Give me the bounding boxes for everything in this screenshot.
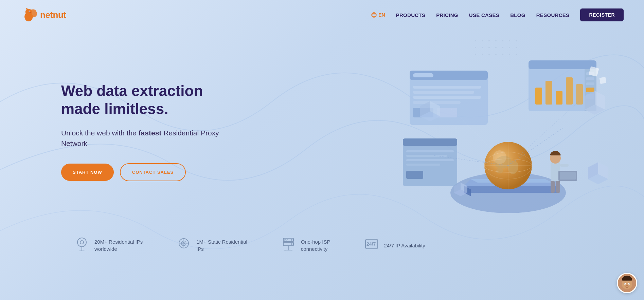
svg-rect-51 [413, 101, 461, 104]
hero-buttons: START NOW CONTACT SALES [61, 163, 238, 181]
svg-rect-59 [566, 77, 573, 105]
svg-rect-55 [529, 60, 596, 69]
stat-availability-text: 24/7 IP Availability [384, 242, 425, 249]
nav-pricing[interactable]: PRICING [436, 12, 458, 18]
svg-rect-56 [535, 88, 542, 105]
stat-residential-ips: 20M+ Residential IPs worldwide [75, 237, 143, 254]
squirrel-icon [20, 6, 38, 24]
svg-rect-76 [560, 164, 569, 167]
stat-residential-ips-text: 20M+ Residential IPs worldwide [94, 238, 143, 252]
shield-ip-icon: IP [177, 237, 191, 254]
register-button[interactable]: REGISTER [580, 8, 624, 21]
svg-rect-47 [413, 73, 433, 77]
svg-rect-57 [545, 81, 552, 105]
nav-blog[interactable]: BLOG [510, 12, 525, 18]
location-pin-icon [75, 237, 89, 254]
svg-rect-98 [600, 77, 607, 84]
nav-links: EN PRODUCTS PRICING USE CASES BLOG RESOU… [371, 8, 624, 21]
svg-rect-50 [413, 96, 481, 99]
svg-point-100 [80, 241, 84, 244]
svg-rect-77 [551, 181, 555, 193]
svg-point-39 [496, 168, 503, 173]
svg-text:ISP: ISP [284, 239, 288, 241]
svg-point-110 [291, 239, 292, 241]
subtitle-plain: Unlock the web with the [61, 129, 139, 137]
svg-point-125 [626, 285, 628, 286]
avatar-image [618, 274, 636, 292]
hero-subtitle: Unlock the web with the fastest Resident… [61, 128, 238, 149]
nav-use-cases[interactable]: USE CASES [469, 12, 499, 18]
svg-rect-78 [556, 181, 560, 193]
svg-point-102 [79, 250, 85, 251]
language-selector[interactable]: EN [371, 12, 385, 18]
stat-isp-text: One-hop ISP connectivity [301, 238, 330, 252]
svg-rect-64 [586, 82, 594, 85]
svg-rect-69 [406, 150, 454, 152]
nav-resources[interactable]: RESOURCES [536, 12, 570, 18]
stat-static-ips: IP 1M+ Static Residential IPs [177, 237, 247, 254]
svg-rect-70 [406, 155, 447, 157]
logo-nut: nut [53, 10, 66, 20]
stat-availability: 24/7 24/7 IP Availability [364, 238, 425, 253]
nav-products[interactable]: PRODUCTS [396, 12, 426, 18]
svg-text:IP: IP [181, 242, 185, 246]
svg-rect-65 [586, 88, 594, 92]
isp-server-icon: ISP [281, 238, 296, 253]
hero-content: Web data extraction made limitless. Unlo… [61, 82, 238, 181]
svg-point-115 [284, 250, 286, 250]
chat-avatar[interactable] [617, 273, 637, 293]
svg-text:24/7: 24/7 [366, 241, 376, 247]
svg-point-124 [629, 283, 630, 284]
logo[interactable]: netnut [20, 6, 66, 24]
stats-bar: 20M+ Residential IPs worldwide IP 1M+ St… [0, 220, 644, 271]
svg-rect-73 [406, 171, 423, 179]
stat-isp: ISP One-hop ISP connectivity [281, 238, 330, 253]
lang-label: EN [378, 12, 385, 18]
svg-rect-71 [406, 159, 454, 161]
svg-rect-68 [403, 138, 457, 146]
hero-illustration [399, 50, 610, 213]
navigation: netnut EN PRODUCTS PRICING USE CASES BLO… [0, 0, 644, 30]
svg-rect-80 [560, 172, 576, 180]
hero-section: Web data extraction made limitless. Unlo… [0, 30, 644, 220]
svg-point-123 [624, 283, 625, 284]
hero-title: Web data extraction made limitless. [61, 82, 238, 118]
svg-rect-60 [576, 84, 583, 105]
svg-point-99 [77, 238, 86, 247]
svg-point-111 [291, 243, 292, 245]
contact-sales-button[interactable]: CONTACT SALES [120, 163, 186, 181]
logo-net: net [40, 10, 53, 20]
svg-rect-63 [586, 77, 594, 80]
svg-rect-72 [406, 164, 440, 166]
stat-static-ips-text: 1M+ Static Residential IPs [196, 238, 247, 252]
svg-point-116 [291, 250, 292, 250]
svg-point-24 [30, 11, 30, 12]
svg-point-25 [30, 12, 31, 13]
subtitle-bold: fastest [139, 129, 162, 137]
svg-rect-48 [413, 86, 481, 89]
globe-icon [371, 12, 377, 18]
svg-rect-49 [413, 91, 474, 94]
clock-24-icon: 24/7 [364, 238, 379, 253]
svg-rect-58 [556, 91, 562, 105]
svg-point-22 [25, 9, 32, 15]
start-now-button[interactable]: START NOW [61, 164, 114, 181]
